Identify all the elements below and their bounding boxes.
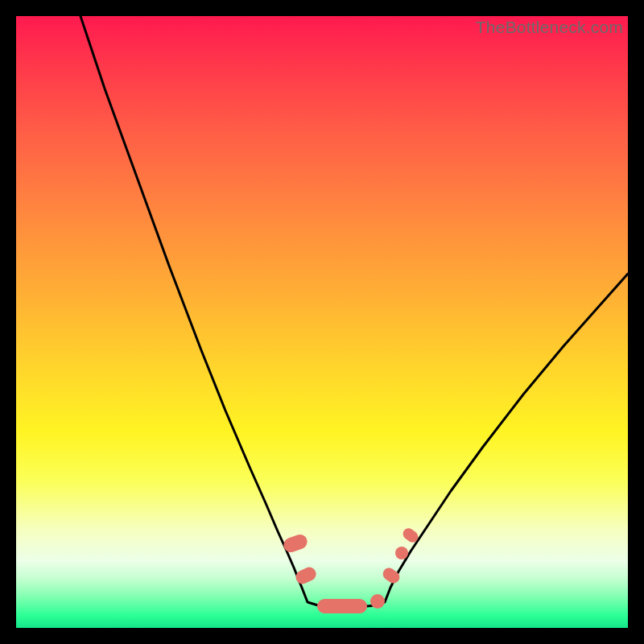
watermark-label: TheBottleneck.com xyxy=(476,18,623,37)
marker-capsule xyxy=(317,599,367,613)
marker-dot xyxy=(395,547,408,559)
marker-capsule xyxy=(294,565,319,586)
marker-capsule xyxy=(381,566,402,586)
chart-frame: TheBottleneck.com xyxy=(16,16,628,628)
chart-svg xyxy=(16,16,628,628)
curve-group xyxy=(80,16,628,606)
bottleneck-curve xyxy=(80,16,628,606)
marker-dot xyxy=(370,594,385,609)
